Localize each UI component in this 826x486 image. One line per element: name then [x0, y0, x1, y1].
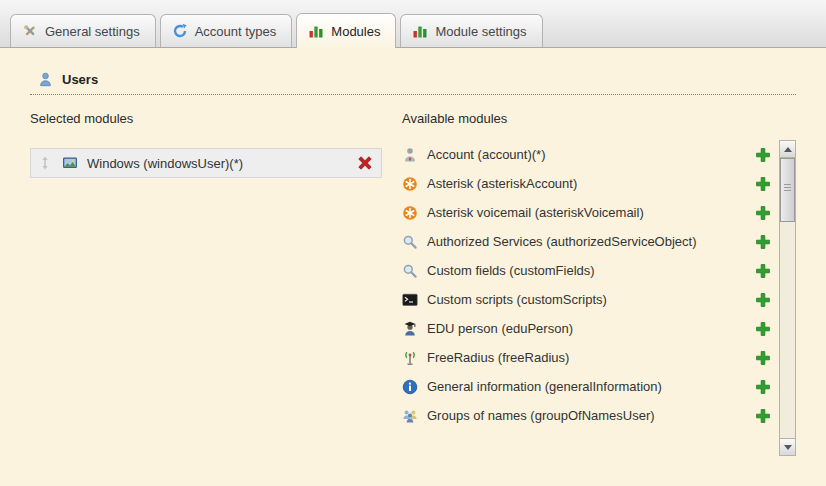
module-label: Authorized Services (authorizedServiceOb… [427, 234, 697, 249]
add-module-button[interactable] [755, 263, 771, 279]
module-label: Account (account)(*) [427, 147, 546, 162]
module-label: Custom fields (customFields) [427, 263, 595, 278]
list-item: Account (account)(*) [402, 140, 771, 169]
list-item: Asterisk voicemail (asteriskVoicemail) [402, 198, 771, 227]
green-plus-icon [755, 234, 771, 250]
green-plus-icon [755, 321, 771, 337]
selected-module-row: Windows (windowsUser)(*) [30, 148, 382, 178]
section-title: Users [62, 72, 98, 87]
tab-label: General settings [45, 24, 140, 39]
green-plus-icon [755, 263, 771, 279]
tab-general-settings[interactable]: General settings [10, 14, 156, 47]
add-module-button[interactable] [755, 205, 771, 221]
magnifier-icon [402, 234, 418, 250]
add-module-button[interactable] [755, 147, 771, 163]
terminal-icon [402, 292, 418, 308]
info-icon [402, 379, 418, 395]
module-label: Asterisk voicemail (asteriskVoicemail) [427, 205, 644, 220]
tab-modules[interactable]: Modules [296, 13, 396, 48]
tab-module-settings[interactable]: Module settings [400, 14, 542, 47]
module-label: General information (generalInformation) [427, 379, 662, 394]
antenna-icon [402, 350, 418, 366]
list-item: Authorized Services (authorizedServiceOb… [402, 227, 771, 256]
bar-chart-icon [308, 23, 324, 39]
add-module-button[interactable] [755, 379, 771, 395]
list-item: EDU person (eduPerson) [402, 314, 771, 343]
module-label: Asterisk (asteriskAccount) [427, 176, 577, 191]
section-header: Users [30, 64, 796, 95]
green-plus-icon [755, 292, 771, 308]
magnifier-icon [402, 263, 418, 279]
list-item: Groups of names (groupOfNamesUser) [402, 401, 771, 430]
asterisk-icon [402, 176, 418, 192]
module-label: FreeRadius (freeRadius) [427, 350, 569, 365]
remove-module-button[interactable] [357, 155, 373, 171]
list-item: General information (generalInformation) [402, 372, 771, 401]
scrollbar-thumb[interactable] [780, 158, 795, 222]
add-module-button[interactable] [755, 292, 771, 308]
tab-label: Modules [331, 24, 380, 39]
tools-icon [22, 23, 38, 39]
add-module-button[interactable] [755, 350, 771, 366]
person-icon [402, 147, 418, 163]
module-label: Custom scripts (customScripts) [427, 292, 607, 307]
green-plus-icon [755, 176, 771, 192]
modules-content: Users Selected modules Windows (windowsU… [0, 48, 826, 486]
arrow-up-icon [784, 147, 792, 152]
drag-handle-icon[interactable] [37, 155, 53, 171]
list-item: Custom scripts (customScripts) [402, 285, 771, 314]
scroll-down-button[interactable] [780, 438, 795, 455]
green-plus-icon [755, 205, 771, 221]
add-module-button[interactable] [755, 408, 771, 424]
selected-modules-heading: Selected modules [30, 107, 382, 128]
red-cross-icon [357, 155, 373, 171]
module-label: Groups of names (groupOfNamesUser) [427, 408, 655, 423]
user-icon [38, 72, 53, 87]
sync-gear-icon [172, 23, 188, 39]
green-plus-icon [755, 350, 771, 366]
green-plus-icon [755, 147, 771, 163]
arrow-down-icon [784, 445, 792, 450]
available-modules-panel: Available modules Account (account)(*) A… [402, 107, 796, 456]
available-modules-list: Account (account)(*) Asterisk (asteriskA… [402, 140, 779, 456]
tab-label: Account types [195, 24, 277, 39]
list-item: Asterisk (asteriskAccount) [402, 169, 771, 198]
graduate-icon [402, 321, 418, 337]
windows-icon [62, 155, 78, 171]
asterisk-icon [402, 205, 418, 221]
scrollbar-track[interactable] [780, 158, 795, 438]
green-plus-icon [755, 408, 771, 424]
list-item: Custom fields (customFields) [402, 256, 771, 285]
scrollbar[interactable] [779, 140, 796, 456]
tab-account-types[interactable]: Account types [160, 14, 293, 47]
group-icon [402, 408, 418, 424]
bar-chart-icon [412, 23, 428, 39]
thumb-grip-icon [784, 187, 791, 188]
green-plus-icon [755, 379, 771, 395]
tab-label: Module settings [435, 24, 526, 39]
tab-bar: General settings Account types Modules M… [0, 0, 826, 48]
selected-module-label: Windows (windowsUser)(*) [87, 156, 348, 171]
selected-modules-panel: Selected modules Windows (windowsUser)(*… [30, 107, 382, 456]
list-item: FreeRadius (freeRadius) [402, 343, 771, 372]
available-modules-heading: Available modules [402, 107, 796, 128]
add-module-button[interactable] [755, 176, 771, 192]
scroll-up-button[interactable] [780, 141, 795, 158]
add-module-button[interactable] [755, 321, 771, 337]
add-module-button[interactable] [755, 234, 771, 250]
module-label: EDU person (eduPerson) [427, 321, 573, 336]
